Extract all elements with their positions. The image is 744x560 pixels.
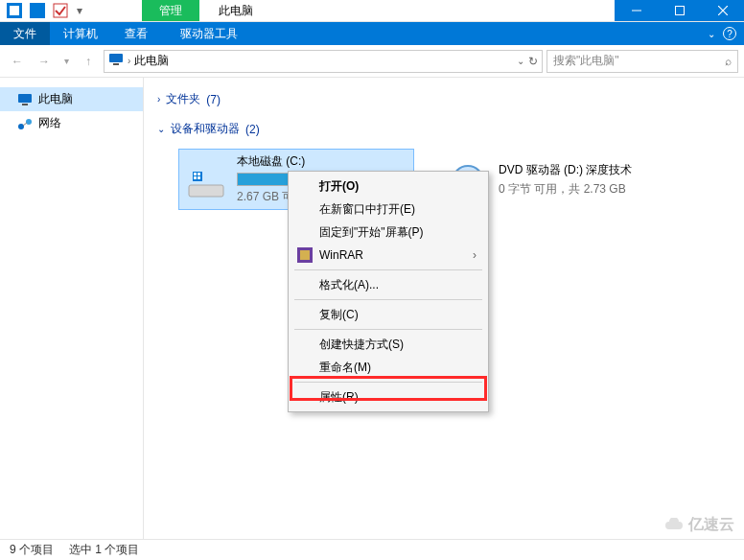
ctx-separator bbox=[294, 329, 482, 330]
qat-checkbox-icon[interactable] bbox=[50, 0, 71, 21]
group-header-devices[interactable]: ⌄ 设备和驱动器 (2) bbox=[157, 117, 731, 141]
quick-access-toolbar: ▾ bbox=[0, 0, 86, 21]
ctx-open-new-window[interactable]: 在新窗口中打开(E) bbox=[291, 198, 486, 221]
chevron-down-icon: ⌄ bbox=[157, 124, 165, 134]
close-button[interactable] bbox=[701, 0, 744, 21]
contextual-tab-manage[interactable]: 管理 bbox=[142, 0, 199, 21]
breadcrumb-separator-icon[interactable]: › bbox=[128, 56, 130, 66]
sidebar-item-this-pc[interactable]: 此电脑 bbox=[0, 87, 143, 111]
qat-properties-icon[interactable] bbox=[27, 0, 48, 21]
ctx-winrar[interactable]: WinRAR › bbox=[291, 244, 486, 267]
cloud-icon bbox=[663, 518, 685, 533]
navigation-pane: 此电脑 网络 bbox=[0, 78, 144, 539]
title-bar: ▾ 管理 此电脑 bbox=[0, 0, 744, 22]
svg-rect-24 bbox=[300, 250, 310, 260]
watermark: 亿速云 bbox=[663, 515, 734, 535]
system-menu-icon[interactable] bbox=[4, 0, 25, 21]
svg-rect-17 bbox=[194, 173, 197, 175]
search-icon[interactable]: ⌕ bbox=[725, 55, 732, 68]
drive-label: 本地磁盘 (C:) bbox=[237, 153, 407, 170]
svg-rect-5 bbox=[675, 7, 684, 15]
ribbon-tabs: 文件 计算机 查看 驱动器工具 ⌄ ? bbox=[0, 22, 744, 45]
svg-rect-10 bbox=[18, 94, 32, 103]
winrar-icon bbox=[296, 246, 314, 264]
refresh-icon[interactable]: ↻ bbox=[528, 55, 538, 68]
svg-rect-9 bbox=[113, 63, 119, 65]
address-dropdown-icon[interactable]: ⌄ bbox=[517, 56, 524, 66]
search-placeholder: 搜索"此电脑" bbox=[553, 53, 619, 69]
svg-line-14 bbox=[23, 123, 27, 126]
ctx-separator bbox=[294, 382, 482, 383]
svg-point-12 bbox=[18, 124, 24, 129]
svg-rect-15 bbox=[189, 185, 223, 197]
search-box[interactable]: 搜索"此电脑" ⌕ bbox=[546, 50, 738, 73]
svg-rect-2 bbox=[30, 3, 45, 18]
ctx-rename[interactable]: 重命名(M) bbox=[291, 356, 486, 379]
window-controls bbox=[615, 0, 744, 21]
submenu-arrow-icon: › bbox=[473, 248, 477, 262]
svg-rect-19 bbox=[194, 176, 197, 179]
hdd-icon bbox=[185, 158, 227, 200]
group-label: 文件夹 bbox=[166, 91, 200, 107]
ribbon-tab-drive-tools[interactable]: 驱动器工具 bbox=[167, 22, 251, 45]
svg-rect-11 bbox=[22, 104, 28, 105]
ctx-separator bbox=[294, 299, 482, 300]
ctx-pin-to-start[interactable]: 固定到"开始"屏幕(P) bbox=[291, 221, 486, 244]
nav-up-button[interactable]: ↑ bbox=[77, 50, 100, 73]
sidebar-item-label: 网络 bbox=[38, 115, 61, 131]
ribbon-tab-view[interactable]: 查看 bbox=[111, 22, 161, 45]
breadcrumb-location[interactable]: 此电脑 bbox=[134, 53, 169, 69]
ctx-properties[interactable]: 属性(R) bbox=[291, 385, 486, 408]
svg-rect-18 bbox=[198, 173, 200, 175]
navigation-bar: ← → ▾ ↑ › 此电脑 ⌄ ↻ 搜索"此电脑" ⌕ bbox=[0, 45, 744, 78]
address-bar[interactable]: › 此电脑 ⌄ ↻ bbox=[104, 50, 543, 73]
svg-rect-20 bbox=[198, 176, 200, 179]
ctx-create-shortcut[interactable]: 创建快捷方式(S) bbox=[291, 333, 486, 356]
drive-label: DVD 驱动器 (D:) 深度技术 bbox=[499, 162, 671, 178]
ribbon-tab-file[interactable]: 文件 bbox=[0, 22, 50, 45]
ctx-copy[interactable]: 复制(C) bbox=[291, 303, 486, 326]
ribbon-expand-icon[interactable]: ⌄ bbox=[708, 29, 715, 39]
pc-icon bbox=[17, 92, 33, 107]
status-bar: 9 个项目 选中 1 个项目 bbox=[0, 539, 744, 560]
maximize-button[interactable] bbox=[658, 0, 701, 21]
ctx-format[interactable]: 格式化(A)... bbox=[291, 273, 486, 296]
network-icon bbox=[17, 116, 33, 131]
sidebar-item-network[interactable]: 网络 bbox=[0, 111, 143, 135]
nav-back-button[interactable]: ← bbox=[6, 50, 29, 73]
svg-rect-1 bbox=[10, 6, 19, 15]
sidebar-item-label: 此电脑 bbox=[38, 91, 73, 107]
qat-dropdown-icon[interactable]: ▾ bbox=[73, 0, 86, 21]
group-label: 设备和驱动器 bbox=[171, 121, 240, 137]
group-header-folders[interactable]: › 文件夹 (7) bbox=[157, 87, 731, 111]
svg-point-13 bbox=[26, 119, 32, 125]
drive-substatus: 0 字节 可用，共 2.73 GB bbox=[499, 181, 671, 198]
group-count: (7) bbox=[206, 93, 221, 106]
nav-forward-button[interactable]: → bbox=[33, 50, 56, 73]
chevron-right-icon: › bbox=[157, 94, 160, 105]
group-count: (2) bbox=[245, 123, 260, 136]
status-item-count: 9 个项目 bbox=[10, 542, 54, 558]
ctx-open[interactable]: 打开(O) bbox=[291, 175, 486, 198]
ctx-separator bbox=[294, 269, 482, 270]
context-menu: 打开(O) 在新窗口中打开(E) 固定到"开始"屏幕(P) WinRAR › 格… bbox=[288, 171, 489, 412]
svg-rect-8 bbox=[109, 54, 123, 62]
window-title: 此电脑 bbox=[199, 0, 272, 21]
address-pc-icon bbox=[108, 53, 124, 69]
nav-recent-dropdown[interactable]: ▾ bbox=[59, 50, 73, 73]
ribbon-help-icon[interactable]: ? bbox=[723, 27, 736, 40]
status-selected-count: 选中 1 个项目 bbox=[69, 542, 139, 558]
ribbon-tab-computer[interactable]: 计算机 bbox=[50, 22, 111, 45]
minimize-button[interactable] bbox=[615, 0, 658, 21]
